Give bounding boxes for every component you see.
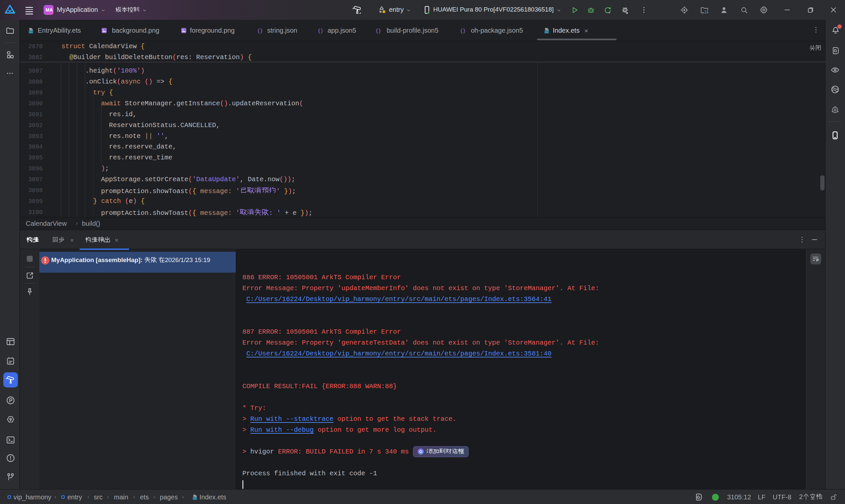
svg-text:{}: {} [460, 28, 465, 33]
svg-text:ETS: ETS [544, 31, 548, 33]
svg-text:G: G [419, 450, 422, 453]
svg-text:{}: {} [375, 28, 381, 33]
svg-text:G: G [833, 48, 837, 53]
svg-text:ETS: ETS [193, 498, 197, 499]
svg-text:ETS: ETS [29, 31, 33, 33]
svg-text:{}: {} [257, 28, 263, 33]
svg-text:G: G [697, 495, 700, 500]
svg-text:{}: {} [317, 28, 323, 33]
